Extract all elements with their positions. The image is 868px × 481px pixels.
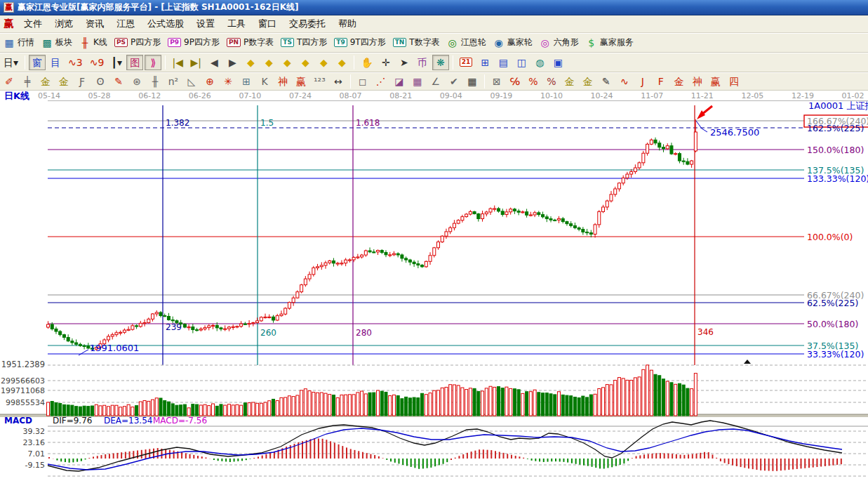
angle-line-button[interactable]: ∠ (427, 74, 444, 89)
width-measure-button[interactable]: ↔ (330, 74, 347, 89)
gold-angle-button[interactable]: 金 (671, 74, 688, 89)
circle-cross-button[interactable]: ⊕ (201, 74, 218, 89)
f-angle-button[interactable]: F (653, 74, 669, 89)
next-button[interactable]: ▶ (224, 55, 241, 70)
menu-item-交易委托[interactable]: 交易委托 (283, 17, 332, 30)
pen-grid-button[interactable]: ✎ (110, 74, 127, 89)
circle-cross-icon: ⊕ (204, 76, 215, 87)
gann-wheel-button[interactable]: ◎江恩轮 (444, 35, 489, 51)
small-grid-button[interactable]: ╫ (147, 74, 163, 89)
first-page-button[interactable]: |◀ (169, 55, 186, 70)
menu-item-资讯[interactable]: 资讯 (79, 17, 110, 30)
compass-button[interactable]: ⊛ (128, 74, 145, 89)
pan-right-button[interactable]: ◆ (260, 55, 277, 70)
box-select-icon: ◻ (357, 76, 368, 87)
last-page-button[interactable]: ▶| (187, 55, 204, 70)
purple-grid-button[interactable]: ▦ (409, 74, 426, 89)
shen-angle-button[interactable]: 神 (689, 74, 706, 89)
zoom-vertical-button[interactable]: ◆ (315, 55, 332, 70)
compress-horizontal-button[interactable]: ◆ (297, 55, 314, 70)
t-number-table-button[interactable]: TNT数字表 (390, 35, 443, 51)
angle-ruler-button[interactable]: ◺ (183, 74, 200, 89)
grid-tool-button[interactable]: ╪ (19, 74, 36, 89)
network-button[interactable]: ◍ (531, 55, 548, 70)
candlestick-series (47, 119, 697, 351)
chart-canvas[interactable]: 05-1405-2806-1206-2607-1007-2408-0708-21… (0, 91, 868, 481)
market-quotes-icon: ▦ (4, 37, 15, 48)
gann-box-button[interactable]: ⊠ (488, 74, 505, 89)
spiral-tool-button[interactable]: ʘ (92, 74, 109, 89)
gold-grid2-button[interactable]: 金 (55, 74, 72, 89)
9p-square-button[interactable]: P99P四方形 (165, 35, 222, 51)
prev-button[interactable]: ◀ (206, 55, 222, 70)
system-button[interactable]: ▣ (549, 55, 566, 70)
ruler-123-button[interactable]: ¹²³ (311, 74, 328, 89)
kline-button[interactable]: ╫K线 (76, 35, 110, 51)
zoom-horizontal-button[interactable]: ◆ (279, 55, 295, 70)
smart-analysis-button[interactable]: ❋ (432, 55, 449, 70)
calculator-button[interactable]: ⊞ (476, 55, 493, 70)
menu-item-帮助[interactable]: 帮助 (332, 17, 363, 30)
grid-target-button[interactable]: ⊞ (238, 74, 255, 89)
percent-lines-button[interactable]: % (543, 74, 560, 89)
menu-item-文件[interactable]: 文件 (18, 17, 48, 30)
menu-item-窗口[interactable]: 窗口 (252, 17, 283, 30)
chart-type-button[interactable]: 图 (126, 55, 143, 70)
wave-lines-button[interactable]: ∿ (616, 74, 633, 89)
n2-grid-button[interactable]: n² (165, 74, 182, 89)
title-bar: 赢 赢家江恩专业版[赢家内部服务平台] - [上证指数 SH1A0001-162… (0, 0, 868, 15)
ying-angle-button[interactable]: 赢 (707, 74, 724, 89)
gold-circle-button[interactable]: 金 (561, 74, 578, 89)
ying-grid-button[interactable]: 赢 (293, 74, 309, 89)
save-button[interactable]: ◫ (513, 55, 530, 70)
menu-item-公式选股[interactable]: 公式选股 (141, 17, 190, 30)
hand-tool-button[interactable]: ✋ (358, 55, 375, 70)
menu-item-浏览[interactable]: 浏览 (48, 17, 79, 30)
hexagon-button[interactable]: ◎六角形 (537, 35, 582, 51)
percent-button[interactable]: % (525, 74, 542, 89)
gold-lines-button[interactable]: 金 (580, 74, 596, 89)
trend-check-button[interactable]: ✔ (446, 74, 462, 89)
notes-button[interactable]: ▤ (495, 55, 512, 70)
percent-slash-button[interactable]: ℅ (507, 74, 523, 89)
menu-item-工具[interactable]: 工具 (221, 17, 252, 30)
fan-box-button[interactable]: ◪ (391, 74, 408, 89)
ma3-button[interactable]: ∿3 (65, 55, 86, 70)
winner-service-button[interactable]: $赢家服务 (583, 35, 636, 51)
box-select-button[interactable]: ◻ (354, 74, 371, 89)
market-quotes-button[interactable]: ▦行情 (1, 35, 37, 51)
si-angle-button[interactable]: 四 (726, 74, 742, 89)
menu-item-江恩[interactable]: 江恩 (110, 17, 141, 30)
pan-left-button[interactable]: ◆ (242, 55, 259, 70)
gold-grid-button[interactable]: 金 (37, 74, 54, 89)
p-square-button[interactable]: PSP四方形 (112, 35, 163, 51)
zoom-all-button[interactable]: ◆ (333, 55, 350, 70)
pointer-tool-button[interactable]: ➤ (396, 55, 413, 70)
star-circle-button[interactable]: ✳ (220, 74, 236, 89)
p-number-table-button[interactable]: PNP数字表 (224, 35, 276, 51)
date-label: 10-10 (540, 91, 563, 100)
draw-pen-button[interactable]: ✐ (1, 74, 18, 89)
winner-wheel-button[interactable]: ◉赢家轮 (490, 35, 535, 51)
j-angle-button[interactable]: J (634, 74, 651, 89)
period-dropdown-button[interactable]: 日▾ (1, 55, 21, 70)
window-layout-button[interactable]: 窗 (29, 55, 46, 70)
t-square-button[interactable]: TST四方形 (278, 35, 330, 51)
calendar-button[interactable]: 21 (457, 55, 476, 70)
candle-style-button[interactable]: ┃▾ (108, 55, 125, 70)
k-note-button[interactable]: K (256, 74, 273, 89)
dense-grid-button[interactable]: ▦ (464, 74, 481, 89)
sectors-button[interactable]: ▩板块 (39, 35, 75, 51)
ma9-button[interactable]: ∿9 (87, 55, 107, 70)
menu-item-设置[interactable]: 设置 (190, 17, 221, 30)
9t-square-button[interactable]: T99T四方形 (331, 35, 388, 51)
shen-grid-button[interactable]: 神 (274, 74, 291, 89)
fan-lines-button[interactable]: ⋰ (373, 74, 389, 89)
f-grid-button[interactable]: Ƒ (74, 74, 91, 89)
crosshair-tool-button[interactable]: ✛ (378, 55, 394, 70)
color-bars-button[interactable]: ⟫ (145, 55, 161, 70)
pencil-lines-button[interactable]: ✎ (598, 74, 615, 89)
chart-area[interactable]: 05-1405-2806-1206-2607-1007-2408-0708-21… (0, 91, 868, 481)
info-panel-button[interactable]: 目 (47, 55, 64, 70)
gann-tool-button[interactable]: 币 (414, 55, 431, 70)
